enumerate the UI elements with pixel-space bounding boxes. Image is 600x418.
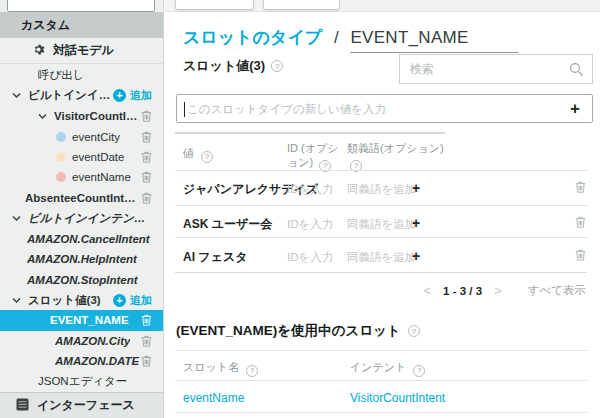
pagination-prev-button[interactable]: < bbox=[424, 283, 432, 298]
toolbar-button[interactable] bbox=[263, 0, 340, 10]
pagination-next-button[interactable]: > bbox=[494, 283, 502, 298]
sidebar-item-event-date[interactable]: eventDate bbox=[0, 147, 163, 167]
sidebar-item-label: インターフェース bbox=[37, 397, 135, 414]
trash-icon[interactable] bbox=[141, 355, 152, 367]
trash-icon[interactable] bbox=[575, 216, 586, 231]
chevron-down-icon[interactable] bbox=[38, 113, 47, 120]
sidebar-section-label: カスタム bbox=[21, 17, 70, 34]
column-header-synonyms: 類義語(オプション) bbox=[347, 141, 461, 172]
gear-icon bbox=[32, 43, 45, 59]
sidebar-item-json-editor[interactable]: JSONエディター bbox=[0, 372, 163, 392]
sidebar-tree: 呼び出し ビルトインインテント(5) 追加 VisitorCountIntent… bbox=[0, 65, 163, 392]
synonyms-input[interactable]: 同義語を追加 bbox=[347, 250, 416, 265]
show-all-button[interactable]: すべて表示 bbox=[528, 283, 586, 298]
sidebar-item-label: AMAZON.CancelIntent bbox=[27, 233, 150, 245]
sidebar-item-event-name-slot-type[interactable]: EVENT_NAME bbox=[0, 310, 163, 330]
trash-icon[interactable] bbox=[141, 110, 152, 122]
intent-link[interactable]: VisitorCountIntent bbox=[350, 391, 445, 405]
add-synonym-button[interactable]: + bbox=[412, 215, 420, 231]
add-intent-button[interactable]: 追加 bbox=[113, 88, 152, 103]
top-toolbar-strip bbox=[165, 0, 600, 12]
trash-icon[interactable] bbox=[141, 314, 152, 326]
id-input[interactable]: IDを入力 bbox=[287, 217, 333, 232]
breadcrumb-separator: / bbox=[334, 28, 339, 47]
pagination-range: 1 - 3 / 3 bbox=[443, 285, 482, 297]
slot-color-dot bbox=[56, 152, 66, 162]
sidebar-item-interfaces[interactable]: インターフェース bbox=[0, 392, 163, 418]
slot-type-name-field[interactable]: EVENT_NAME bbox=[350, 28, 518, 53]
breadcrumb: スロットのタイプ / EVENT_NAME bbox=[183, 26, 518, 53]
trash-icon[interactable] bbox=[141, 192, 152, 204]
help-icon[interactable] bbox=[271, 60, 283, 72]
add-button-label: 追加 bbox=[130, 88, 152, 103]
divider bbox=[175, 272, 587, 273]
synonyms-input[interactable]: 同義語を追加 bbox=[347, 182, 416, 197]
divider bbox=[175, 380, 587, 381]
skill-selector-dropdown[interactable] bbox=[7, 0, 155, 12]
sidebar-item-interaction-model[interactable]: 対話モデル bbox=[0, 38, 163, 64]
trash-icon[interactable] bbox=[141, 171, 152, 183]
divider bbox=[175, 132, 445, 134]
alexa-console-app: カスタム 対話モデル 呼び出し ビルトインインテント(5) 追加 bbox=[0, 0, 600, 418]
sidebar-item-built-in-intents-3[interactable]: ビルトインインテント(3) bbox=[0, 208, 163, 228]
breadcrumb-slot-types-link[interactable]: スロットのタイプ bbox=[183, 28, 322, 47]
sidebar-item-slot-values[interactable]: スロット値(3) 追加 bbox=[0, 290, 163, 310]
trash-icon[interactable] bbox=[575, 181, 586, 196]
sidebar-item-amazon-helpintent[interactable]: AMAZON.HelpIntent bbox=[0, 249, 163, 269]
divider bbox=[175, 205, 587, 206]
sidebar-item-event-city[interactable]: eventCity bbox=[0, 126, 163, 146]
slot-name-link[interactable]: eventName bbox=[183, 391, 244, 405]
chevron-down-icon[interactable] bbox=[12, 215, 21, 222]
sidebar-item-label: eventName bbox=[72, 171, 131, 183]
slot-value-text: ASK ユーザー会 bbox=[183, 216, 272, 233]
new-slot-value-box: + bbox=[176, 94, 593, 123]
trash-icon[interactable] bbox=[575, 249, 586, 264]
sidebar-item-absenteecountintent[interactable]: AbsenteeCountIntent bbox=[0, 188, 163, 208]
sidebar-item-label: 呼び出し bbox=[38, 68, 85, 83]
toolbar-button[interactable] bbox=[175, 0, 254, 10]
sidebar-item-built-in-intents-5[interactable]: ビルトインインテント(5) 追加 bbox=[0, 85, 163, 105]
slot-values-title-text: スロット値(3) bbox=[183, 57, 265, 75]
sidebar-item-label: AMAZON.DATE bbox=[55, 355, 139, 367]
sidebar-item-amazon-stopintent[interactable]: AMAZON.StopIntent bbox=[0, 269, 163, 289]
search-box bbox=[399, 54, 593, 84]
trash-icon[interactable] bbox=[141, 335, 152, 347]
add-synonym-button[interactable]: + bbox=[412, 180, 420, 196]
search-input[interactable] bbox=[400, 55, 560, 83]
sidebar-item-amazon-cancelintent[interactable]: AMAZON.CancelIntent bbox=[0, 229, 163, 249]
id-input[interactable]: IDを入力 bbox=[287, 182, 333, 197]
add-slot-type-button[interactable]: 追加 bbox=[113, 293, 152, 308]
add-value-button[interactable]: + bbox=[570, 99, 580, 119]
divider bbox=[175, 412, 587, 413]
interface-icon bbox=[16, 398, 29, 414]
slot-color-dot bbox=[56, 132, 66, 142]
column-header-text: スロット名 bbox=[183, 361, 239, 373]
chevron-down-icon[interactable] bbox=[12, 297, 21, 304]
search-icon[interactable] bbox=[569, 62, 584, 80]
sidebar-item-invocation[interactable]: 呼び出し bbox=[0, 65, 163, 85]
new-slot-value-input[interactable] bbox=[177, 95, 557, 122]
help-icon[interactable] bbox=[413, 365, 425, 377]
trash-icon[interactable] bbox=[141, 151, 152, 163]
help-icon[interactable] bbox=[408, 325, 420, 337]
divider bbox=[175, 170, 587, 171]
synonyms-input[interactable]: 同義語を追加 bbox=[347, 217, 416, 232]
column-header-intent: インテント bbox=[350, 360, 425, 377]
help-icon[interactable] bbox=[246, 365, 258, 377]
usage-title-text: (EVENT_NAME)を使用中のスロット bbox=[176, 322, 401, 340]
column-header-text: インテント bbox=[350, 361, 406, 373]
sidebar-item-label: スロット値(3) bbox=[28, 293, 101, 308]
chevron-down-icon[interactable] bbox=[12, 92, 21, 99]
slot-color-dot bbox=[56, 172, 66, 182]
sidebar-item-event-name[interactable]: eventName bbox=[0, 167, 163, 187]
usage-section-title: (EVENT_NAME)を使用中のスロット bbox=[176, 322, 420, 340]
sidebar-item-visitorcountintent[interactable]: VisitorCountIntent bbox=[0, 106, 163, 126]
main-content: スロットのタイプ / EVENT_NAME スロット値(3) + 値 ID (オ… bbox=[165, 0, 600, 418]
add-synonym-button[interactable]: + bbox=[412, 248, 420, 264]
trash-icon[interactable] bbox=[141, 131, 152, 143]
column-header-text: 類義語(オプション) bbox=[347, 142, 444, 154]
help-icon[interactable] bbox=[201, 151, 213, 163]
sidebar-item-amazon-date[interactable]: AMAZON.DATE bbox=[0, 351, 163, 371]
sidebar-item-amazon-city[interactable]: AMAZON.City bbox=[0, 331, 163, 351]
id-input[interactable]: IDを入力 bbox=[287, 250, 333, 265]
